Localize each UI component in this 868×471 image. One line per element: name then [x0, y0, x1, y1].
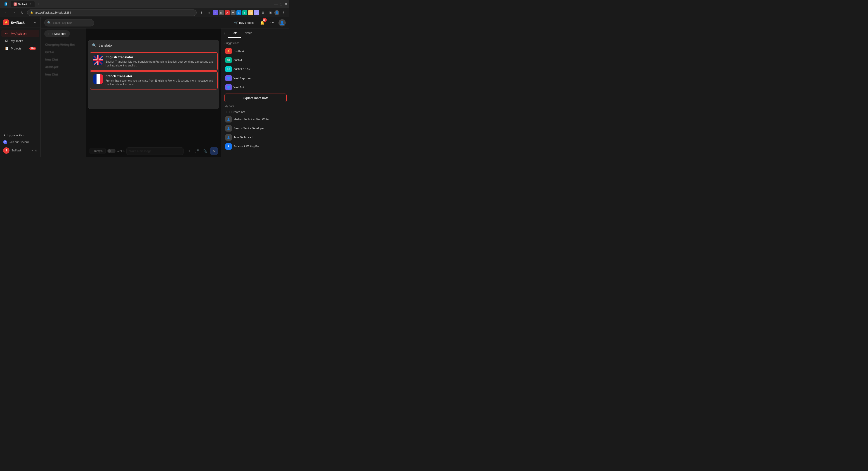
java-tech-label: Java Tech Lead — [234, 136, 252, 139]
address-text: app.swiftask.ai/186/talk/18283 — [35, 11, 71, 14]
ext-purple[interactable]: ◇ — [254, 10, 259, 15]
sidebar-bottom: ✦ Upgrade Plan D Join our Discord S Swif… — [0, 130, 40, 157]
new-tab-button[interactable]: + — [35, 1, 41, 7]
main-area: 🔍 🛒 Buy credits 99+ 🔔 〜 👤 — [41, 17, 289, 157]
new-chat-button[interactable]: + + New chat — [44, 30, 70, 37]
linkedin-tab[interactable]: in — [2, 1, 10, 7]
extensions-button[interactable]: ⊞ — [260, 9, 266, 16]
user-icon-button[interactable]: 👤 — [278, 19, 286, 26]
panel-download-button[interactable]: ↓ — [222, 29, 227, 38]
my-bots-title: My bots — [224, 105, 287, 108]
nav-forward-button[interactable]: → — [11, 9, 17, 16]
upgrade-plan-item[interactable]: ✦ Upgrade Plan — [1, 132, 39, 138]
content-area: + + New chat Changelog Writing Bot GPT-4… — [41, 29, 289, 157]
sidebar-item-label-projects: Projects — [11, 47, 22, 50]
upgrade-plan-label: Upgrade Plan — [7, 134, 24, 137]
bot-medium-blog[interactable]: 👤 Medium Technical Blog Writer — [224, 115, 287, 124]
facebook-bot-avatar: f — [225, 143, 232, 150]
bot-gpt4[interactable]: G4 GPT-4 — [224, 56, 287, 65]
create-bot-label: + Create bot — [229, 110, 245, 114]
webreporter-bot-avatar: 🌐 — [225, 75, 232, 81]
modal-results: English Translator English Translator le… — [88, 51, 219, 91]
sidebar-item-projects[interactable]: 📋 Projects 99+ — [1, 45, 39, 52]
gpt35-bot-label: GPT-3.5 16K — [234, 68, 250, 71]
ext-red[interactable]: A — [225, 10, 230, 15]
chat-item-newchat2[interactable]: New Chat — [42, 71, 84, 78]
tab-close-button[interactable]: ✕ — [29, 2, 32, 6]
webbot-bot-avatar: 🌐 — [225, 84, 232, 90]
tab-notes[interactable]: Notes — [241, 29, 256, 38]
profile-button[interactable]: 👤 — [274, 10, 279, 15]
projects-badge: 99+ — [29, 47, 36, 50]
sidebar-browser-button[interactable]: ▣ — [267, 9, 274, 16]
browser-chrome: in S Swiftask ✕ + — ▢ ✕ — [0, 0, 289, 8]
gpt35-bot-avatar: 3.5 — [225, 66, 232, 72]
nav-refresh-button[interactable]: ↻ — [19, 9, 25, 16]
bot-facebook-writing[interactable]: f Facebook Writing Bot — [224, 142, 287, 151]
window-controls: — ▢ ✕ — [274, 2, 287, 6]
maximize-button[interactable]: ▢ — [279, 2, 283, 6]
chat-item-gpt4[interactable]: GPT-4 — [42, 49, 84, 56]
minimize-button[interactable]: — — [274, 2, 278, 6]
share-button[interactable]: ⬆ — [198, 9, 205, 16]
chat-item-newchat1[interactable]: New Chat — [42, 56, 84, 63]
bot-webbot[interactable]: 🌐 WebBot — [224, 83, 287, 92]
result-english-translator[interactable]: English Translator English Translator le… — [90, 52, 218, 71]
sidebar-item-my-assistant[interactable]: ▭ My Assistant — [1, 30, 39, 37]
ai-icon-button[interactable]: 〜 — [269, 19, 276, 26]
user-name-label: Swiftask — [11, 149, 22, 152]
bot-webreporter[interactable]: 🌐 WebReporter — [224, 74, 287, 83]
sidebar-item-my-tasks[interactable]: ☑ My Tasks — [1, 37, 39, 44]
panel-header: ↓ Bots Notes — [222, 29, 289, 38]
tab-bots[interactable]: Bots — [228, 29, 241, 38]
swiftask-tab-favicon: S — [13, 2, 17, 6]
logo-text: Swiftask — [11, 21, 25, 24]
search-box[interactable]: 🔍 — [44, 19, 94, 26]
user-dropdown-icon: ∨ — [31, 149, 33, 152]
collapse-button[interactable]: ≪ — [34, 21, 37, 24]
chat-item-pdf[interactable]: 41695.pdf — [42, 64, 84, 70]
swiftask-bot-avatar: ⚡ — [225, 48, 232, 54]
chat-item-changelog[interactable]: Changelog Writing Bot — [42, 41, 84, 48]
notification-count: 99+ — [263, 18, 267, 22]
english-translator-desc: English Translator lets you translate fr… — [105, 60, 214, 68]
modal-search-bar: 🔍 — [88, 40, 219, 51]
panel-tabs: Bots Notes — [227, 29, 289, 38]
settings-icon[interactable]: ⚙ — [35, 149, 37, 152]
chat-sidebar: + + New chat Changelog Writing Bot GPT-4… — [41, 29, 86, 157]
explore-more-bots-button[interactable]: Explore more bots — [224, 94, 287, 102]
ext-grey[interactable]: ⊕ — [230, 10, 236, 15]
webbot-bot-label: WebBot — [234, 86, 244, 89]
notification-area: 99+ 🔔 — [258, 19, 266, 26]
ext-notion[interactable]: N — [213, 10, 218, 15]
modal-search-input[interactable] — [99, 43, 215, 47]
ext-blue[interactable]: ◎ — [237, 10, 241, 15]
gpt4-bot-avatar: G4 — [225, 57, 232, 63]
browser-extensions: ⬆ ☆ N M A ⊕ ◎ S M ◇ ⊞ ▣ 👤 ⋮ — [198, 9, 287, 16]
linkedin-favicon: in — [4, 2, 7, 6]
user-profile-item[interactable]: S Swiftask ∨ ⚙ — [1, 146, 39, 155]
ext-yellow[interactable]: M — [248, 10, 253, 15]
header-right: 🛒 Buy credits 99+ 🔔 〜 👤 — [232, 19, 286, 26]
bot-reactjs[interactable]: 👤 Reactjs Senior Developer — [224, 124, 287, 133]
reactjs-bot-label: Reactjs Senior Developer — [234, 127, 264, 130]
english-translator-title: English Translator — [105, 55, 214, 59]
sidebar-item-label-my-assistant: My Assistant — [11, 32, 27, 35]
buy-credits-button[interactable]: 🛒 Buy credits — [232, 20, 256, 26]
bot-swiftask[interactable]: ⚡ Swiftask — [224, 46, 287, 56]
create-bot-item[interactable]: + + Create bot — [224, 109, 287, 115]
ext-green[interactable]: S — [242, 10, 247, 15]
bot-java-tech[interactable]: 👤 Java Tech Lead — [224, 133, 287, 142]
address-bar[interactable]: 🔒 app.swiftask.ai/186/talk/18283 — [27, 9, 197, 16]
close-window-button[interactable]: ✕ — [284, 2, 287, 6]
nav-back-button[interactable]: ← — [3, 9, 9, 16]
discord-item[interactable]: D Join our Discord — [1, 138, 39, 146]
result-french-translator[interactable]: French Translator French Translator lets… — [90, 71, 218, 90]
bookmark-button[interactable]: ☆ — [206, 9, 212, 16]
user-avatar: S — [3, 147, 9, 154]
more-button[interactable]: ⋮ — [280, 9, 287, 16]
swiftask-tab[interactable]: S Swiftask ✕ — [11, 1, 35, 7]
search-input[interactable] — [53, 21, 91, 24]
bot-gpt35[interactable]: 3.5 GPT-3.5 16K — [224, 65, 287, 74]
ext-metamask[interactable]: M — [219, 10, 224, 15]
